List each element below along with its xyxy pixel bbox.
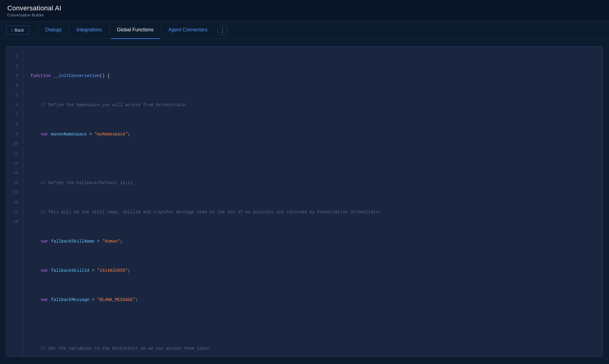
code-line-3: var mavenNamespace = "myNamespace"; bbox=[30, 129, 595, 139]
nav-separator bbox=[38, 26, 38, 34]
code-line-1: function __initConversation() { bbox=[30, 71, 595, 81]
code-line-9: var fallbackMessage = "BLANK_MESSAGE"; bbox=[30, 295, 595, 305]
tab-integrations[interactable]: Integrations bbox=[70, 21, 108, 39]
nav-separator-3 bbox=[109, 26, 110, 34]
line-numbers: 1 2 3 4 5 6 7 8 9 10 11 12 13 14 15 16 1… bbox=[6, 47, 23, 356]
tab-global-functions[interactable]: Global Functions bbox=[111, 21, 160, 39]
nav-separator-2 bbox=[69, 26, 69, 34]
back-button[interactable]: ‹ Back bbox=[6, 26, 29, 35]
app-title: Conversational AI bbox=[7, 4, 602, 12]
code-line-5: // Define the Fallback/Default skill bbox=[30, 178, 595, 188]
back-label: Back bbox=[15, 28, 24, 33]
chevron-left-icon: ‹ bbox=[11, 28, 13, 33]
app-header: Conversational AI Conversation Builder bbox=[0, 0, 609, 21]
code-editor[interactable]: 1 2 3 4 5 6 7 8 9 10 11 12 13 14 15 16 1… bbox=[6, 46, 603, 357]
code-line-2: // Define the Namespace you will access … bbox=[30, 100, 595, 110]
more-options-button[interactable]: ⋮ bbox=[217, 25, 228, 35]
main-navbar: ‹ Back Dialogs Integrations Global Funct… bbox=[0, 21, 609, 39]
code-line-11: // Set the variables to the botContext s… bbox=[30, 344, 595, 353]
nav-separator-4 bbox=[161, 26, 161, 34]
app-subtitle: Conversation Builder bbox=[7, 13, 602, 17]
code-line-8: var fallbackSkillId = "2414633850"; bbox=[30, 266, 595, 275]
ellipsis-icon: ⋮ bbox=[220, 27, 225, 33]
code-content[interactable]: function __initConversation() { // Defin… bbox=[23, 47, 603, 356]
code-line-7: var fallbackSkillName = "Human"; bbox=[30, 236, 595, 246]
code-area[interactable]: 1 2 3 4 5 6 7 8 9 10 11 12 13 14 15 16 1… bbox=[6, 47, 603, 356]
tab-agent-connectors[interactable]: Agent Connectors bbox=[162, 21, 214, 39]
tab-dialogs[interactable]: Dialogs bbox=[39, 21, 68, 39]
code-line-6: // This will be the skill name, SkillId … bbox=[30, 207, 595, 217]
